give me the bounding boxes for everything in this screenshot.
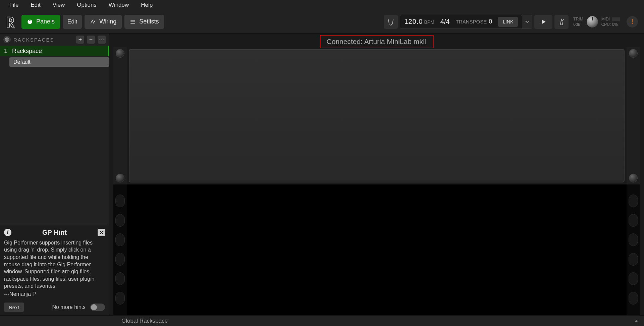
screw-icon [116, 49, 124, 58]
variation-name: Default [13, 59, 31, 65]
trim-knob[interactable] [587, 16, 598, 28]
rack-empty-area[interactable] [127, 184, 627, 315]
remove-rackspace-button[interactable]: − [87, 36, 95, 44]
rack-slot-icon [115, 253, 125, 266]
no-more-hints-toggle[interactable] [90, 304, 105, 311]
setlists-button[interactable]: Setlists [124, 15, 164, 29]
info-icon: i [4, 229, 11, 236]
svg-rect-1 [30, 19, 31, 21]
menubar: File Edit View Options Window Help [0, 0, 644, 10]
edit-label: Edit [67, 18, 77, 25]
metronome-button[interactable] [554, 15, 569, 29]
cpu-value: CPU: 0% [601, 22, 620, 27]
link-button[interactable]: LINK [498, 17, 518, 27]
rack-slots-right [627, 184, 640, 315]
tempo-dropdown[interactable] [522, 15, 532, 29]
hint-title: GP Hint [15, 229, 94, 236]
trim-label: TRIM [573, 17, 583, 21]
hint-next-button[interactable]: Next [4, 303, 24, 312]
svg-point-4 [130, 23, 131, 23]
rack-slot-icon [629, 195, 638, 207]
setlists-label: Setlists [139, 18, 159, 25]
hint-panel: i GP Hint ✕ Gig Performer supports inser… [0, 225, 109, 315]
edit-button[interactable]: Edit [63, 15, 82, 29]
midi-meter-icon [612, 17, 620, 21]
variation-item[interactable]: Default [9, 57, 109, 67]
rack-slot-icon [629, 272, 638, 285]
workspace: Connected: Arturia MiniLab mkII [109, 34, 644, 315]
rackspace-name: Rackspace [12, 48, 42, 55]
rack-slot-icon [629, 253, 638, 266]
play-button[interactable] [534, 15, 552, 29]
add-rackspace-button[interactable]: + [76, 36, 84, 44]
menu-options[interactable]: Options [71, 0, 103, 10]
transpose-label: TRANSPOSE [456, 19, 487, 24]
menu-help[interactable]: Help [135, 0, 159, 10]
alert-button[interactable]: ! [627, 16, 638, 28]
tempo-block: 120.0BPM 4/4 TRANSPOSE0 LINK [400, 15, 522, 29]
transpose-value[interactable]: 0 [489, 18, 492, 25]
wiring-label: Wiring [99, 18, 116, 25]
rack-slot-icon [115, 214, 125, 227]
rack-panel-row [113, 47, 640, 184]
footer-expand-icon[interactable] [634, 319, 639, 323]
wiring-button[interactable]: Wiring [85, 15, 122, 29]
menu-edit[interactable]: Edit [24, 0, 46, 10]
rack-rail-right [627, 47, 640, 184]
global-rackspace-button[interactable]: Global Rackspace [121, 318, 168, 324]
hint-body: Gig Performer supports inserting files u… [4, 239, 105, 290]
bpm-label: BPM [424, 19, 434, 25]
no-more-hints-label: No more hints [52, 304, 86, 310]
rack-panel[interactable] [129, 49, 625, 182]
hint-author: ---Nemanja P [4, 291, 105, 297]
rack-slot-icon [115, 272, 125, 285]
rack-slot-icon [629, 233, 638, 246]
panels-button[interactable]: Panels [21, 15, 60, 29]
rackspace-index: 1 [4, 48, 12, 55]
footer: Global Rackspace [0, 315, 644, 326]
hint-close-button[interactable]: ✕ [98, 229, 105, 236]
globe-icon[interactable] [3, 36, 11, 43]
screw-icon [629, 49, 638, 58]
time-signature[interactable]: 4/4 [440, 18, 450, 25]
app-logo-icon [3, 15, 17, 29]
tuner-button[interactable] [384, 15, 398, 29]
rackspaces-title: RACKSPACES [13, 37, 73, 43]
rack-slot-icon [629, 292, 638, 305]
more-rackspace-button[interactable]: ⋯ [98, 36, 106, 44]
trim-value: 0dB [573, 22, 583, 27]
bpm-value[interactable]: 120.0 [404, 18, 423, 25]
rackspaces-header: RACKSPACES + − ⋯ [0, 34, 109, 46]
svg-point-3 [130, 21, 131, 22]
connection-notification: Connected: Arturia MiniLab mkII [320, 35, 434, 48]
screw-icon [116, 174, 124, 182]
screw-icon [629, 174, 638, 182]
rack-slot-icon [115, 292, 125, 305]
panels-label: Panels [36, 18, 55, 25]
menu-view[interactable]: View [47, 0, 71, 10]
rackspace-item[interactable]: 1 Rackspace [0, 46, 109, 56]
toolbar: Panels Edit Wiring Setlists 120.0BPM 4/4… [0, 10, 644, 34]
menu-file[interactable]: File [3, 0, 24, 10]
rack-slot-icon [115, 195, 125, 207]
svg-point-2 [130, 20, 131, 20]
rack-slot-icon [629, 214, 638, 227]
rack-slots-left [113, 184, 127, 315]
rack-slot-icon [115, 233, 125, 246]
output-meters: TRIM 0dB MIDI CPU: 0% ! [571, 16, 641, 28]
rack-rail-left [113, 47, 127, 184]
menu-window[interactable]: Window [103, 0, 135, 10]
rack-slots-row [113, 184, 640, 315]
sidebar: RACKSPACES + − ⋯ 1 Rackspace Default i G… [0, 34, 109, 315]
midi-label: MIDI [601, 17, 610, 21]
